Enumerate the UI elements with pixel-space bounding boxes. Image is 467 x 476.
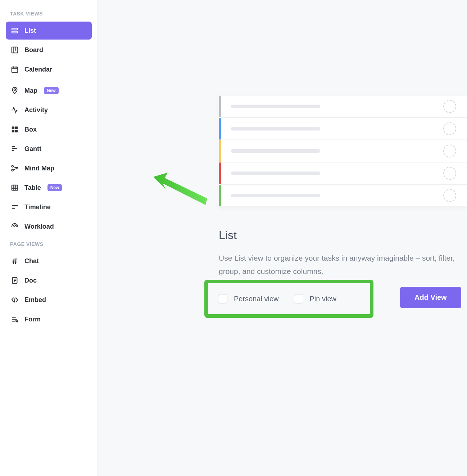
sidebar-item-label: Gantt [24, 145, 41, 153]
main-panel: List Use List view to organize your task… [98, 0, 467, 476]
list-preview-illustration [219, 96, 467, 207]
svg-line-31 [15, 258, 16, 264]
form-icon [11, 315, 19, 323]
sidebar-item-label: Workload [24, 223, 54, 230]
svg-rect-10 [12, 127, 14, 129]
sidebar-item-label: Chat [24, 257, 39, 265]
svg-line-36 [14, 298, 15, 302]
checkbox-label: Personal view [234, 295, 279, 303]
board-icon [11, 46, 19, 54]
sidebar-item-label: Activity [24, 106, 48, 114]
doc-icon [11, 276, 19, 284]
sidebar-item-map[interactable]: Map New [6, 82, 92, 100]
checkbox-personal-view[interactable]: Personal view [218, 294, 279, 303]
activity-icon [11, 106, 19, 114]
annotation-highlight-box: Personal view Pin view [204, 280, 373, 318]
list-icon [11, 27, 19, 35]
sidebar-item-list[interactable]: List [6, 22, 92, 40]
svg-marker-40 [153, 173, 207, 205]
svg-rect-26 [12, 208, 15, 209]
checkbox-icon [218, 294, 227, 303]
preview-row [219, 96, 467, 117]
box-icon [11, 125, 19, 133]
svg-rect-5 [12, 67, 18, 73]
preview-row [219, 185, 467, 206]
timeline-icon [11, 203, 19, 211]
sidebar-item-label: List [24, 27, 36, 35]
svg-rect-13 [15, 130, 18, 132]
new-badge: New [44, 87, 59, 94]
svg-rect-25 [12, 205, 18, 206]
view-title: List [219, 229, 237, 242]
sidebar-item-embed[interactable]: Embed [6, 291, 92, 309]
sidebar-item-label: Mind Map [24, 165, 54, 172]
gantt-icon [11, 145, 19, 153]
svg-rect-14 [12, 146, 15, 147]
sidebar-item-chat[interactable]: Chat [6, 252, 92, 270]
sidebar-item-calendar[interactable]: Calendar [6, 60, 92, 78]
sidebar: TASK VIEWS List Board Calendar Map New A… [0, 0, 98, 476]
sidebar-item-label: Calendar [24, 66, 52, 73]
sidebar-item-label: Timeline [24, 203, 51, 211]
svg-rect-0 [12, 28, 18, 30]
svg-rect-20 [12, 185, 18, 191]
sidebar-item-doc[interactable]: Doc [6, 271, 92, 289]
hash-icon [11, 257, 19, 265]
new-badge: New [47, 184, 62, 191]
sidebar-item-label: Box [24, 126, 37, 133]
section-header-task-views: TASK VIEWS [6, 6, 92, 22]
sidebar-item-board[interactable]: Board [6, 41, 92, 59]
checkbox-icon [294, 294, 303, 303]
sidebar-item-label: Map [24, 87, 37, 95]
sidebar-item-gantt[interactable]: Gantt [6, 140, 92, 158]
checkbox-pin-view[interactable]: Pin view [294, 294, 336, 303]
table-icon [11, 184, 19, 192]
add-view-button[interactable]: Add View [400, 287, 461, 308]
sidebar-item-timeline[interactable]: Timeline [6, 198, 92, 216]
sidebar-item-activity[interactable]: Activity [6, 101, 92, 119]
annotation-arrow-icon [153, 173, 207, 205]
calendar-icon [11, 65, 19, 73]
svg-rect-15 [12, 148, 17, 149]
sidebar-item-table[interactable]: Table New [6, 179, 92, 197]
section-header-page-views: PAGE VIEWS [6, 237, 92, 252]
preview-row [219, 163, 467, 184]
sidebar-item-label: Form [24, 316, 41, 323]
sidebar-item-label: Table [24, 184, 41, 192]
sidebar-item-box[interactable]: Box [6, 120, 92, 138]
svg-point-9 [14, 89, 16, 91]
divider [6, 80, 92, 80]
workload-icon [11, 223, 19, 230]
preview-row [219, 140, 467, 162]
sidebar-item-workload[interactable]: Workload [6, 218, 92, 235]
svg-rect-1 [12, 31, 18, 33]
svg-rect-11 [15, 127, 18, 129]
svg-line-30 [13, 258, 14, 264]
svg-rect-12 [12, 130, 14, 132]
svg-line-27 [15, 225, 16, 226]
sidebar-item-label: Embed [24, 296, 46, 304]
sidebar-item-mindmap[interactable]: Mind Map [6, 159, 92, 177]
svg-rect-16 [12, 150, 14, 151]
embed-icon [11, 296, 19, 304]
svg-rect-2 [12, 47, 18, 53]
sidebar-item-form[interactable]: Form [6, 310, 92, 328]
sidebar-item-label: Doc [24, 277, 37, 284]
mindmap-icon [11, 164, 19, 172]
map-pin-icon [11, 87, 19, 95]
checkbox-label: Pin view [310, 295, 336, 303]
view-description: Use List view to organize your tasks in … [219, 252, 456, 278]
sidebar-item-label: Board [24, 46, 43, 54]
preview-row [219, 118, 467, 139]
